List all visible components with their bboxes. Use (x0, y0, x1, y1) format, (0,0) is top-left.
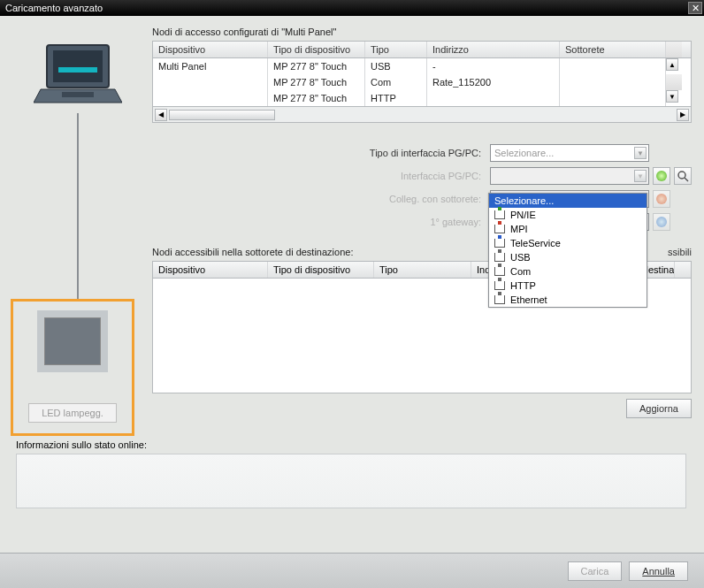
chevron-down-icon: ▼ (634, 170, 647, 182)
online-status-box (16, 454, 686, 508)
scroll-up-icon[interactable]: ▲ (666, 58, 678, 71)
search-icon (677, 170, 689, 182)
row-pgpc-if: Interfaccia PG/PC: ▼ (152, 167, 692, 185)
connection-line-icon (77, 113, 79, 299)
item-label: USB (510, 252, 531, 263)
dropdown-item-ethernet[interactable]: Ethernet (489, 293, 647, 307)
vscroll (666, 42, 682, 57)
col-header-devtype[interactable]: Tipo di dispositivo (268, 262, 374, 278)
table-header-row: Dispositivo Tipo di dispositivo Tipo Ind… (153, 42, 691, 58)
gear-icon (656, 171, 667, 181)
cell (153, 74, 268, 90)
interface-icon (494, 281, 505, 290)
refresh-label: Aggiorna (639, 403, 678, 414)
interface-icon (494, 295, 505, 304)
svg-rect-1 (53, 50, 103, 82)
combo-pgpc-type[interactable]: Selezionare... ▼ (490, 144, 649, 162)
label-subnet: Colleg. con sottorete: (304, 194, 481, 204)
dropdown-item-com[interactable]: Com (489, 264, 647, 279)
item-label: Ethernet (510, 294, 547, 305)
dropdown-item-pnie[interactable]: PN/IE (489, 208, 647, 222)
cell: - (427, 58, 560, 74)
interface-icon (494, 267, 505, 276)
svg-rect-4 (58, 67, 97, 73)
btn-if-props[interactable] (653, 167, 670, 185)
scroll-left-icon[interactable]: ◀ (155, 109, 167, 121)
label-gateway: 1° gateway: (304, 217, 481, 227)
btn-gateway (653, 213, 670, 231)
cancel-button[interactable]: Annulla (629, 561, 688, 581)
scrollbar-thumb[interactable] (169, 110, 275, 120)
item-label: MPI (510, 224, 528, 234)
dropdown-item-usb[interactable]: USB (489, 250, 647, 264)
refresh-button[interactable]: Aggiorna (626, 399, 692, 418)
label-pgpc-type: Tipo di interfaccia PG/PC: (304, 148, 481, 158)
accessible-partial-text: ssibili (668, 247, 692, 257)
dropdown-item-http[interactable]: HTTP (489, 279, 647, 293)
close-icon: ✕ (692, 3, 700, 14)
cancel-label: Annulla (642, 566, 675, 577)
item-label: TeleService (510, 238, 561, 248)
vscroll (666, 74, 682, 90)
dialog-body: LED lampegg. Nodi di accesso configurati… (0, 16, 704, 553)
col-header-type[interactable]: Tipo (365, 42, 427, 57)
cell: HTTP (365, 90, 427, 106)
interface-icon (494, 253, 505, 262)
cell: Com (365, 74, 427, 90)
col-header-device[interactable]: Dispositivo (153, 262, 268, 278)
chevron-down-icon: ▼ (634, 147, 647, 159)
item-label: PN/IE (510, 210, 536, 220)
destination-device-box: LED lampegg. (11, 299, 134, 436)
cell: Multi Panel (153, 58, 268, 74)
led-blink-button[interactable]: LED lampegg. (28, 403, 117, 423)
cell: MP 277 8" Touch (268, 74, 365, 90)
item-label: Com (510, 266, 531, 277)
svg-line-6 (685, 178, 688, 181)
cell (427, 90, 560, 106)
item-label: HTTP (510, 280, 536, 291)
cell: USB (365, 58, 427, 74)
pgpc-type-dropdown[interactable]: Selezionare... PN/IE MPI TeleService USB… (488, 193, 647, 308)
section-configured-nodes-label: Nodi di accesso configurati di "Multi Pa… (152, 27, 693, 37)
scroll-right-icon[interactable]: ▶ (677, 109, 689, 121)
table-row[interactable]: MP 277 8" Touch Com Rate_115200 (153, 74, 691, 90)
btn-if-search[interactable] (674, 167, 692, 185)
dropdown-item-mpi[interactable]: MPI (489, 222, 647, 236)
hmi-panel-icon (37, 310, 108, 372)
section-accessible-nodes-label: Nodi accessibili nella sottorete di dest… (152, 247, 353, 257)
interface-icon (494, 239, 505, 248)
configured-nodes-table: Dispositivo Tipo di dispositivo Tipo Ind… (152, 41, 692, 107)
connection-icon (656, 194, 667, 204)
col-header-subnet[interactable]: Sottorete (560, 42, 666, 57)
scroll-down-icon[interactable]: ▼ (666, 90, 678, 103)
btn-subnet (653, 190, 670, 208)
col-header-address[interactable]: Indirizzo (427, 42, 560, 57)
cell (560, 58, 666, 74)
titlebar: Caricamento avanzato ✕ (0, 0, 704, 16)
interface-icon (494, 225, 505, 233)
combo-value: Selezionare... (494, 148, 554, 158)
cell (153, 90, 268, 106)
cell (560, 74, 666, 90)
hscrollbar[interactable]: ◀ ▶ (152, 107, 692, 123)
laptop-icon (34, 41, 122, 111)
gateway-icon (656, 217, 667, 227)
scrollbar-track[interactable] (167, 110, 677, 120)
cell: MP 277 8" Touch (268, 90, 365, 106)
row-pgpc-type: Tipo di interfaccia PG/PC: Selezionare..… (152, 144, 692, 162)
interface-icon (494, 210, 505, 219)
load-label: Carica (581, 566, 609, 577)
close-button[interactable]: ✕ (688, 2, 702, 14)
col-header-device[interactable]: Dispositivo (153, 42, 268, 57)
load-button: Carica (568, 561, 623, 581)
col-header-type[interactable]: Tipo (374, 262, 471, 278)
combo-pgpc-if: ▼ (490, 167, 649, 185)
svg-rect-3 (62, 92, 94, 97)
table-row[interactable]: MP 277 8" Touch HTTP ▼ (153, 90, 691, 106)
dropdown-item-selezionare[interactable]: Selezionare... (489, 194, 647, 208)
dropdown-item-teleservice[interactable]: TeleService (489, 236, 647, 250)
table-row[interactable]: Multi Panel MP 277 8" Touch USB - ▲ (153, 58, 691, 74)
item-label: Selezionare... (494, 195, 554, 206)
col-header-devtype[interactable]: Tipo di dispositivo (268, 42, 365, 57)
cell: MP 277 8" Touch (268, 58, 365, 74)
